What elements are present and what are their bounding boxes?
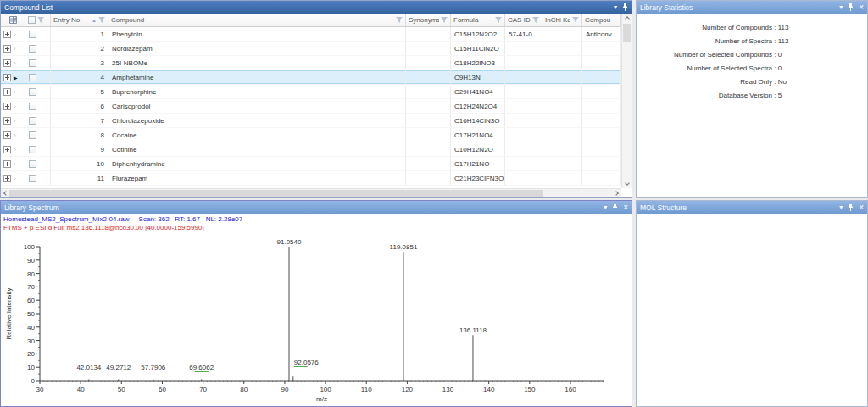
filter-icon[interactable] <box>532 17 539 23</box>
scroll-down-button[interactable] <box>623 180 632 188</box>
expand-row-icon[interactable] <box>3 31 11 38</box>
close-icon[interactable]: × <box>623 204 628 211</box>
row-expand-cell[interactable]: › <box>1 128 25 142</box>
expand-row-icon[interactable] <box>3 117 11 125</box>
row-select-cell[interactable] <box>25 99 51 113</box>
panel-menu-icon[interactable]: ▾ <box>604 204 607 211</box>
horizontal-scrollbar[interactable] <box>1 188 621 197</box>
row-select-cell[interactable] <box>25 157 51 170</box>
compound-cell[interactable]: Carisoprodol <box>108 99 406 113</box>
row-expand-cell[interactable]: › <box>1 114 25 127</box>
table-row[interactable]: ▶ 4 Amphetamine C9H13N <box>1 70 621 85</box>
row-select-cell[interactable] <box>25 142 51 156</box>
scroll-right-button[interactable] <box>613 189 621 198</box>
table-row[interactable]: › 2 Nordiazepam C15H11ClN2O <box>1 42 621 56</box>
filter-icon[interactable] <box>98 17 105 23</box>
compound-cell[interactable]: Amphetamine <box>108 70 406 84</box>
table-row[interactable]: › 6 Carisoprodol C12H24N2O4 <box>1 99 621 114</box>
expand-row-icon[interactable] <box>3 146 11 153</box>
expand-row-icon[interactable] <box>3 88 11 96</box>
compound-cell[interactable]: Diphenhydramine <box>108 157 406 170</box>
row-select-cell[interactable] <box>25 70 51 84</box>
expand-row-icon[interactable] <box>3 74 11 81</box>
column-header-compound-class[interactable]: Compou <box>582 14 621 26</box>
row-select-cell[interactable] <box>25 42 51 55</box>
column-header-entry-no[interactable]: Entry No ▲ <box>51 14 108 26</box>
column-header-row-selector[interactable] <box>1 14 25 26</box>
column-header-inchi-key[interactable]: InChi Key <box>542 14 582 26</box>
filter-icon[interactable] <box>495 17 502 23</box>
close-icon[interactable]: × <box>859 4 864 11</box>
column-header-synonyms[interactable]: Synonyms <box>406 14 451 26</box>
compound-cell[interactable]: Phenytoin <box>108 27 406 41</box>
row-expand-cell[interactable]: › <box>1 27 25 41</box>
row-checkbox[interactable] <box>29 31 36 38</box>
row-expand-cell[interactable]: › <box>1 85 25 98</box>
compound-cell[interactable]: Cocaine <box>108 128 406 142</box>
filter-icon[interactable] <box>441 17 448 23</box>
column-header-select-all[interactable] <box>25 14 51 26</box>
row-select-cell[interactable] <box>25 85 51 98</box>
select-all-checkbox[interactable] <box>28 16 36 24</box>
compound-cell[interactable]: 25I-NBOMe <box>108 56 406 70</box>
panel-menu-icon[interactable]: ▾ <box>614 4 617 11</box>
row-select-cell[interactable] <box>25 171 51 185</box>
vertical-scroll-thumb[interactable] <box>623 24 631 42</box>
row-select-cell[interactable] <box>25 114 51 127</box>
table-row[interactable]: › 11 Flurazepam C21H23ClFN3O <box>1 171 621 186</box>
row-expand-cell[interactable]: › <box>1 142 25 156</box>
filter-icon[interactable] <box>37 17 44 23</box>
vertical-scrollbar[interactable] <box>621 14 632 188</box>
row-expand-cell[interactable]: ▶ <box>1 70 25 84</box>
column-header-formula[interactable]: Formula <box>451 14 505 26</box>
table-row[interactable]: › 7 Chlordiazepoxide C16H14ClN3O <box>1 114 621 128</box>
panel-menu-icon[interactable]: ▾ <box>839 4 843 11</box>
row-checkbox[interactable] <box>29 45 36 53</box>
compound-cell[interactable]: Chlordiazepoxide <box>108 114 406 127</box>
scroll-up-button[interactable] <box>623 14 632 22</box>
expand-row-icon[interactable] <box>3 160 11 168</box>
row-checkbox[interactable] <box>29 74 36 81</box>
compound-cell[interactable]: Flurazepam <box>108 171 406 185</box>
column-header-compound[interactable]: Compound <box>108 14 406 26</box>
row-checkbox[interactable] <box>29 88 36 96</box>
horizontal-scroll-thumb[interactable] <box>9 190 543 197</box>
row-expand-cell[interactable]: › <box>1 56 25 70</box>
close-icon[interactable]: × <box>859 204 864 211</box>
row-checkbox[interactable] <box>29 131 36 139</box>
compound-cell[interactable]: Nordiazepam <box>108 42 406 55</box>
table-row[interactable]: › 5 Buprenorphine C29H41NO4 <box>1 85 621 99</box>
pin-icon[interactable] <box>848 3 854 11</box>
expand-row-icon[interactable] <box>3 131 11 139</box>
row-checkbox[interactable] <box>29 117 36 125</box>
row-checkbox[interactable] <box>29 103 36 110</box>
table-row[interactable]: › 1 Phenytoin C15H12N2O2 57-41-0 Anticon… <box>1 27 621 42</box>
expand-row-icon[interactable] <box>3 103 11 110</box>
row-expand-cell[interactable]: › <box>1 99 25 113</box>
scroll-left-button[interactable] <box>1 189 9 198</box>
table-row[interactable]: › 9 Cotinine C10H12N2O <box>1 142 621 157</box>
row-expand-cell[interactable]: › <box>1 157 25 170</box>
pin-icon[interactable] <box>622 3 628 11</box>
row-checkbox[interactable] <box>29 160 36 168</box>
row-select-cell[interactable] <box>25 27 51 41</box>
row-checkbox[interactable] <box>29 146 36 153</box>
panel-menu-icon[interactable]: ▾ <box>839 204 843 211</box>
table-row[interactable]: › 8 Cocaine C17H21NO4 <box>1 128 621 142</box>
expand-row-icon[interactable] <box>3 175 11 182</box>
row-checkbox[interactable] <box>29 59 36 67</box>
row-select-cell[interactable] <box>25 56 51 70</box>
pin-icon[interactable] <box>848 204 854 211</box>
expand-row-icon[interactable] <box>3 45 11 53</box>
table-row[interactable]: › 10 Diphenhydramine C17H21NO <box>1 157 621 171</box>
compound-cell[interactable]: Buprenorphine <box>108 85 406 98</box>
pin-icon[interactable] <box>612 204 618 211</box>
filter-icon[interactable] <box>572 17 579 23</box>
row-select-cell[interactable] <box>25 128 51 142</box>
row-checkbox[interactable] <box>29 175 36 182</box>
table-row[interactable]: › 3 25I-NBOMe C18H22INO3 <box>1 56 621 70</box>
row-expand-cell[interactable]: › <box>1 42 25 55</box>
expand-row-icon[interactable] <box>3 59 11 67</box>
column-header-cas-id[interactable]: CAS ID <box>505 14 542 26</box>
filter-icon[interactable] <box>396 17 403 23</box>
